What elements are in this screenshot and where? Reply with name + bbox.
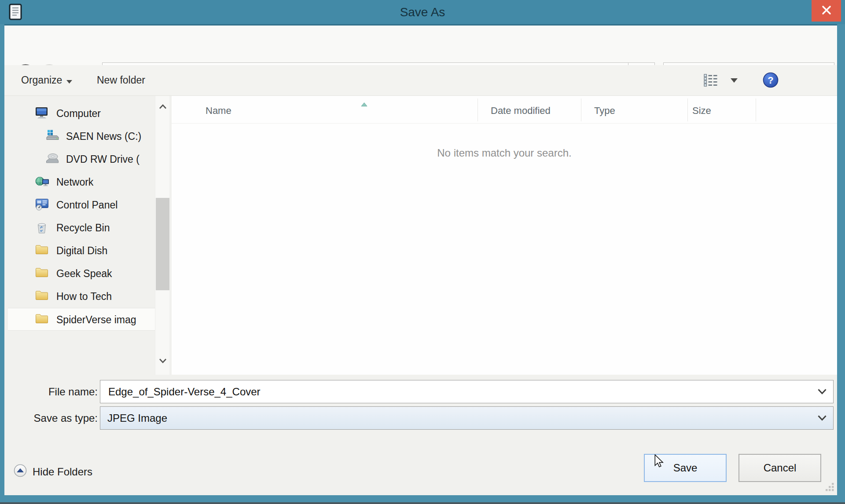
column-separator[interactable]: [581, 99, 581, 121]
svg-text:?: ?: [768, 75, 773, 86]
details-view-icon: [704, 81, 718, 88]
new-folder-label: New folder: [97, 74, 145, 86]
column-header-name[interactable]: Name: [206, 101, 231, 121]
empty-message: No items match your search.: [172, 147, 837, 159]
recycle-bin-icon: [35, 221, 48, 236]
sidebar-scrollbar[interactable]: [155, 96, 169, 375]
sidebar-item-dvd-rw-drive[interactable]: DVD RW Drive (: [8, 148, 155, 171]
folder-icon: [35, 313, 48, 326]
organize-label: Organize: [21, 74, 62, 86]
sidebar-item-label: DVD RW Drive (: [66, 148, 140, 171]
view-options-caret-button[interactable]: [730, 77, 738, 84]
chevron-down-icon: [731, 77, 738, 84]
close-button[interactable]: [812, 0, 841, 22]
dvd-drive-icon: [45, 153, 59, 167]
sidebar-item-label: SpiderVerse imag: [56, 308, 136, 331]
chevron-down-icon[interactable]: [817, 388, 827, 397]
window-border-bottom-edge: [0, 502, 845, 504]
cancel-button[interactable]: Cancel: [738, 454, 821, 482]
scroll-up-button[interactable]: [155, 99, 170, 114]
chevron-down-icon: [159, 358, 167, 365]
chevron-up-icon: [159, 104, 167, 110]
header-underline: [172, 123, 837, 124]
column-header-size[interactable]: Size: [692, 101, 711, 121]
column-separator[interactable]: [756, 99, 756, 121]
sidebar-item-computer[interactable]: Computer: [8, 102, 155, 125]
help-icon: ?: [762, 83, 779, 90]
sidebar-item-label: How to Tech: [56, 285, 112, 308]
column-header-date-modified[interactable]: Date modified: [491, 101, 551, 121]
sidebar-item-label: Digital Dish: [56, 239, 107, 262]
sidebar-item-label: Geek Speak: [56, 262, 112, 285]
sidebar-item-digital-dish[interactable]: Digital Dish: [8, 239, 155, 262]
column-separator[interactable]: [687, 99, 688, 121]
new-folder-button[interactable]: New folder: [97, 65, 145, 95]
sidebar-tree: ComputerSAEN News (C:)DVD RW Drive (Netw…: [8, 96, 155, 375]
folder-icon: [35, 290, 48, 303]
mouse-cursor: [654, 454, 666, 470]
sidebar-item-how-to-tech[interactable]: How to Tech: [8, 285, 155, 308]
file-name-combo: [100, 380, 834, 403]
sidebar-item-label: Computer: [56, 102, 101, 125]
navbar: SpiderVerse images: [4, 26, 837, 65]
hide-folders-label: Hide Folders: [33, 466, 92, 478]
folder-icon: [35, 267, 48, 280]
sidebar-item-recycle-bin[interactable]: Recycle Bin: [8, 216, 155, 239]
control-panel-icon: [35, 198, 49, 212]
scrollbar-thumb[interactable]: [156, 198, 169, 290]
sidebar-item-label: Network: [56, 171, 93, 194]
sidebar-item-label: Control Panel: [56, 194, 118, 216]
computer-icon: [35, 107, 49, 121]
sidebar-item-label: SAEN News (C:): [66, 125, 141, 148]
file-list: Name Date modified Type Size No items ma…: [172, 96, 837, 375]
window-title: Save As: [0, 0, 845, 24]
sidebar-item-saen-news-c[interactable]: SAEN News (C:): [8, 125, 155, 148]
sidebar-item-label: Recycle Bin: [56, 216, 110, 239]
drive-icon: [45, 130, 59, 144]
column-header-type[interactable]: Type: [594, 101, 615, 121]
command-toolbar: Organize New folder ?: [4, 65, 837, 96]
save-as-type-value: JPEG Image: [107, 407, 167, 429]
organize-button[interactable]: Organize: [21, 65, 72, 95]
resize-grip[interactable]: [826, 483, 835, 494]
sidebar-item-network[interactable]: Network: [8, 171, 155, 194]
network-icon: [35, 175, 49, 190]
sidebar-item-control-panel[interactable]: Control Panel: [8, 194, 155, 216]
help-button[interactable]: ?: [762, 72, 779, 88]
window-border-right: [837, 24, 845, 504]
folder-icon: [35, 244, 48, 257]
chevron-down-icon: [66, 74, 72, 86]
titlebar: Save As: [0, 0, 845, 24]
sidebar-item-geek-speak[interactable]: Geek Speak: [8, 262, 155, 285]
file-name-input[interactable]: [107, 381, 803, 402]
change-view-button[interactable]: [703, 74, 718, 87]
scroll-down-button[interactable]: [155, 354, 170, 369]
chevron-down-icon: [817, 415, 827, 423]
save-as-type-label: Save as type:: [13, 407, 98, 430]
sidebar-item-spiderverse-imag[interactable]: SpiderVerse imag: [8, 308, 155, 331]
window-border-left: [0, 24, 4, 504]
cancel-label: Cancel: [764, 462, 797, 474]
close-icon: [822, 5, 831, 16]
save-as-dialog: Save As: [0, 0, 845, 504]
save-as-type-select[interactable]: JPEG Image: [100, 406, 834, 430]
hide-folders-icon: [13, 464, 27, 480]
column-separator[interactable]: [478, 99, 478, 121]
hide-folders-button[interactable]: Hide Folders: [13, 462, 92, 482]
sort-ascending-icon: [361, 100, 367, 108]
file-name-label: File name:: [13, 380, 98, 403]
save-label: Save: [673, 462, 698, 474]
